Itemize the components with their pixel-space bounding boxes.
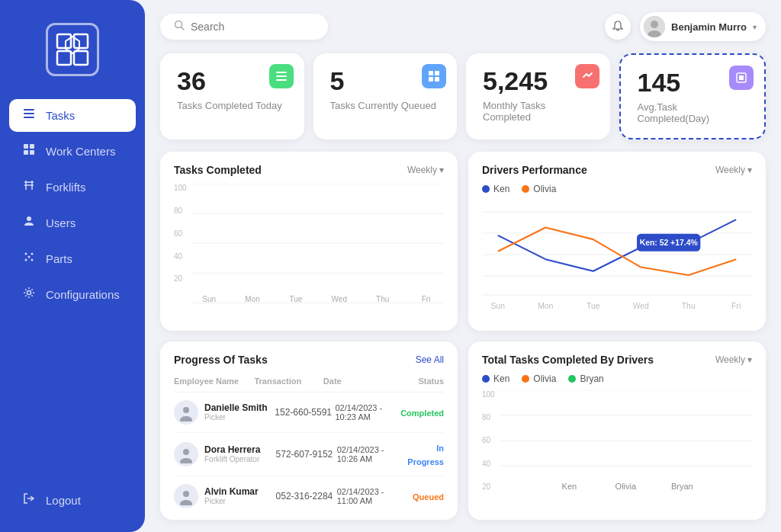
- see-all-button[interactable]: See All: [416, 354, 444, 365]
- stat-label-tasks-completed: Tasks Completed Today: [177, 100, 288, 111]
- svg-rect-3: [74, 51, 88, 65]
- stat-icon-tasks-completed: [269, 64, 294, 88]
- tasks-completed-filter[interactable]: Weekly ▾: [407, 165, 444, 175]
- svg-rect-25: [429, 71, 433, 75]
- logout-icon: [21, 492, 37, 508]
- sidebar-item-forklifts[interactable]: Forklifts: [9, 171, 136, 204]
- line-chart-area: Ken: 52 +17.4% Sun Mon Tue Wed Thu Fri 1…: [482, 200, 752, 318]
- svg-point-56: [180, 416, 192, 421]
- sidebar-item-parts[interactable]: Parts: [9, 242, 136, 275]
- employee-role: Forklift Operator: [204, 455, 276, 463]
- bar-wed: Wed: [321, 290, 357, 303]
- bryan-label: Bryan: [580, 373, 603, 384]
- work-centers-icon: [21, 143, 37, 159]
- svg-rect-7: [24, 144, 28, 149]
- tasks-completed-chart-header: Tasks Completed Weekly ▾: [174, 164, 444, 176]
- user-name: Benjamin Murro: [671, 21, 747, 33]
- stat-tasks-completed: 36 Tasks Completed Today: [160, 53, 304, 139]
- search-input[interactable]: [191, 21, 314, 33]
- progress-table-title: Progress Of Tasks: [174, 354, 268, 366]
- svg-point-11: [27, 216, 31, 221]
- olivia-label: Olivia: [533, 184, 556, 194]
- table-row: Alvin Kumar Picker 052-316-2284 02/14/20…: [174, 476, 444, 508]
- svg-rect-0: [57, 34, 71, 48]
- stats-row: 36 Tasks Completed Today 5 Tasks Current…: [160, 53, 766, 139]
- sidebar-item-configurations[interactable]: Configurations: [9, 278, 136, 311]
- total-tasks-title: Total Tasks Completed By Drivers: [482, 354, 654, 366]
- main-content: Benjamin Murro ▾ 36 Tasks Completed Toda…: [145, 0, 781, 532]
- status-badge: Completed: [400, 409, 444, 418]
- svg-text:Thu: Thu: [682, 302, 696, 310]
- svg-text:Sun: Sun: [491, 302, 506, 310]
- progress-table-header: Progress Of Tasks See All: [174, 354, 444, 366]
- svg-point-14: [25, 259, 27, 261]
- bar-sun: Sun: [191, 290, 227, 303]
- svg-rect-4: [24, 109, 34, 111]
- stat-icon-tasks-queued: [422, 64, 446, 88]
- forklifts-icon: [21, 179, 37, 195]
- svg-rect-23: [276, 75, 287, 77]
- svg-point-20: [651, 21, 658, 28]
- svg-text:Tue: Tue: [587, 302, 600, 310]
- search-icon: [174, 20, 185, 34]
- sidebar: Tasks Work Centers Forklifts: [0, 0, 145, 532]
- sidebar-item-parts-label: Parts: [46, 252, 72, 265]
- notification-button[interactable]: [605, 14, 631, 40]
- ken-label: Ken: [493, 184, 509, 194]
- olivia-dot: [522, 185, 529, 193]
- avatar: [174, 484, 198, 508]
- svg-point-16: [28, 256, 31, 258]
- progress-table: Progress Of Tasks See All Employee Name …: [160, 341, 458, 520]
- svg-rect-26: [435, 71, 439, 75]
- svg-rect-8: [30, 144, 34, 149]
- status-badge: In Progress: [407, 444, 444, 466]
- col-header-status: Status: [398, 377, 444, 386]
- user-menu-button[interactable]: Benjamin Murro ▾: [640, 12, 766, 41]
- legend-ken: Ken: [482, 184, 509, 194]
- bryan-dot: [568, 375, 576, 383]
- table-body: Danielle Smith Picker 152-660-5591 02/14…: [174, 393, 444, 508]
- svg-text:Fri: Fri: [731, 302, 741, 310]
- stat-label-tasks-queued: Tasks Currently Queued: [330, 100, 441, 111]
- search-box[interactable]: [160, 14, 328, 40]
- transaction: 572-607-9152: [276, 449, 337, 460]
- drivers-bar-chart: Ken Olivia Bryan: [500, 390, 752, 508]
- drivers-legend: Ken Olivia: [482, 184, 752, 194]
- chevron-down-icon: ▾: [747, 165, 752, 175]
- logout-label: Logout: [46, 494, 81, 507]
- employee-role: Picker: [204, 497, 276, 505]
- charts-row: Tasks Completed Weekly ▾ 100 80 60 40 20: [160, 152, 766, 330]
- legend-ken: Ken: [482, 373, 509, 384]
- svg-point-60: [180, 500, 192, 505]
- transaction: 152-660-5591: [275, 407, 335, 418]
- svg-rect-2: [57, 51, 71, 65]
- sidebar-item-work-centers[interactable]: Work Centers: [9, 135, 136, 168]
- svg-text:Mon: Mon: [538, 302, 553, 310]
- stat-avg-task: 145 Avg.Task Completed(Day): [619, 53, 767, 139]
- bar-thu: Thu: [365, 290, 400, 303]
- tasks-completed-chart: Tasks Completed Weekly ▾ 100 80 60 40 20: [160, 152, 458, 330]
- drivers-performance-filter[interactable]: Weekly ▾: [715, 165, 752, 175]
- drivers-performance-chart: Drivers Performance Weekly ▾ Ken Olivia: [468, 152, 766, 330]
- status: In Progress: [403, 441, 444, 468]
- transaction: 052-316-2284: [276, 491, 337, 502]
- sidebar-item-tasks[interactable]: Tasks: [9, 99, 136, 132]
- svg-point-57: [183, 449, 189, 455]
- col-header-transaction: Transaction: [254, 377, 323, 386]
- drivers-performance-header: Drivers Performance Weekly ▾: [482, 164, 752, 176]
- stat-icon-avg-task: [729, 66, 754, 90]
- drivers-performance-title: Drivers Performance: [482, 164, 587, 176]
- stat-label-monthly-tasks: Monthly Tasks Completed: [483, 100, 593, 123]
- sidebar-item-users[interactable]: Users: [9, 207, 136, 239]
- total-tasks-filter[interactable]: Weekly ▾: [715, 354, 752, 365]
- y-axis: 100 80 60 40 20: [482, 390, 495, 508]
- stat-tasks-queued: 5 Tasks Currently Queued: [313, 53, 458, 139]
- y-axis: 100 80 60 40 20: [174, 184, 187, 283]
- date: 02/14/2023 -11:00 AM: [337, 487, 403, 505]
- col-header-date: Date: [323, 377, 398, 386]
- employee-name-area: Alvin Kumar Picker: [204, 486, 276, 505]
- chevron-down-icon: ▾: [753, 23, 757, 31]
- logout-button[interactable]: Logout: [9, 484, 136, 517]
- employee-name: Danielle Smith: [204, 402, 275, 413]
- nav-items: Tasks Work Centers Forklifts: [0, 99, 145, 484]
